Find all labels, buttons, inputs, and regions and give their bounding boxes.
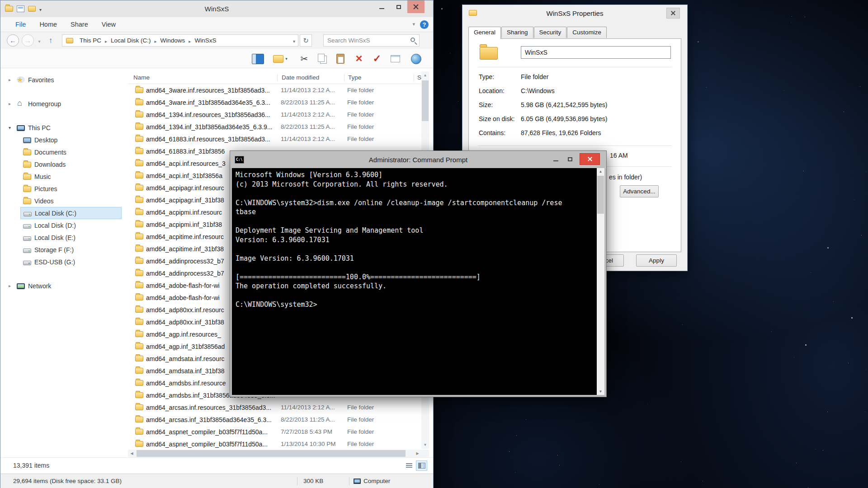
paste-icon[interactable] bbox=[333, 52, 348, 66]
column-header-name[interactable]: Name bbox=[133, 71, 150, 84]
file-row[interactable]: amd64_1394.inf.resources_31bf3856ad36...… bbox=[128, 108, 421, 121]
file-row[interactable]: amd64_aspnet_compiler_b03f5f7f11d50a...1… bbox=[128, 438, 421, 449]
delete-icon[interactable] bbox=[351, 52, 367, 66]
sidebar-item-esd-usb-g[interactable]: ESD-USB (G:) bbox=[20, 256, 122, 268]
breadcrumb-item-this-pc[interactable]: This PC bbox=[77, 37, 104, 44]
cmd-maximize-button[interactable] bbox=[563, 153, 577, 165]
ribbon-expand-icon[interactable] bbox=[412, 21, 415, 27]
back-button[interactable] bbox=[7, 34, 19, 47]
expander-icon[interactable] bbox=[9, 77, 15, 82]
file-row[interactable]: amd64_arcsas.inf_31bf3856ad364e35_6.3...… bbox=[128, 413, 421, 426]
column-divider[interactable] bbox=[344, 74, 344, 81]
breadcrumb-item-local-disk-c[interactable]: Local Disk (C:) bbox=[108, 37, 154, 44]
sidebar-item-homegroup[interactable]: Homegroup bbox=[9, 98, 128, 110]
sidebar-item-favorites[interactable]: Favorites bbox=[9, 74, 128, 86]
thumbnails-view-button[interactable] bbox=[416, 460, 427, 471]
star-icon bbox=[17, 76, 25, 83]
refresh-icon[interactable] bbox=[300, 34, 312, 47]
search-box bbox=[323, 34, 420, 47]
sidebar-item-local-disk-c[interactable]: Local Disk (C:) bbox=[20, 207, 122, 219]
folder-name-input[interactable] bbox=[521, 46, 671, 59]
scroll-left-icon[interactable] bbox=[128, 450, 136, 457]
column-divider[interactable] bbox=[277, 74, 278, 81]
scrollbar-thumb[interactable] bbox=[597, 176, 604, 214]
expander-icon[interactable] bbox=[9, 125, 15, 130]
qat-new-folder-icon[interactable] bbox=[28, 6, 36, 12]
breadcrumb-item-windows[interactable]: Windows bbox=[158, 37, 188, 44]
sidebar-item-pictures[interactable]: Pictures bbox=[20, 183, 122, 195]
sidebar-item-this-pc[interactable]: This PC bbox=[9, 122, 128, 134]
expander-icon[interactable] bbox=[9, 283, 15, 288]
scroll-down-icon[interactable] bbox=[421, 441, 429, 449]
help-icon[interactable]: ? bbox=[420, 20, 429, 29]
ribbon-tab-file[interactable]: File bbox=[9, 17, 33, 32]
properties-tab-security[interactable]: Security bbox=[534, 27, 567, 38]
up-button[interactable] bbox=[46, 36, 56, 45]
console-scrollbar[interactable] bbox=[597, 168, 604, 395]
properties-tab-sharing[interactable]: Sharing bbox=[501, 27, 533, 38]
search-input[interactable] bbox=[324, 35, 419, 46]
file-row[interactable]: amd64_arcsas.inf.resources_31bf3856ad3..… bbox=[128, 401, 421, 413]
sidebar-item-desktop[interactable]: Desktop bbox=[20, 134, 122, 146]
breadcrumb-item-winsxs[interactable]: WinSxS bbox=[192, 37, 219, 44]
address-bar[interactable]: This PCLocal Disk (C:)WindowsWinSxS bbox=[62, 34, 298, 47]
scrollbar-thumb[interactable] bbox=[137, 450, 406, 457]
scroll-up-icon[interactable] bbox=[421, 71, 429, 79]
close-button[interactable] bbox=[407, 0, 425, 13]
qat-properties-icon[interactable] bbox=[17, 5, 24, 12]
file-row[interactable]: amd64_aspnet_compiler_b03f5f7f11d50a...7… bbox=[128, 426, 421, 438]
file-row[interactable]: amd64_3ware.inf_31bf3856ad364e35_6.3...8… bbox=[128, 96, 421, 108]
details-view-button[interactable] bbox=[403, 460, 415, 471]
address-dropdown-icon[interactable] bbox=[293, 37, 295, 45]
column-header-date-modified[interactable]: Date modified bbox=[282, 71, 319, 84]
star bbox=[647, 404, 648, 404]
cmd-minimize-button[interactable] bbox=[549, 153, 562, 165]
properties-titlebar[interactable]: WinSxS Properties bbox=[462, 5, 687, 22]
horizontal-scrollbar[interactable] bbox=[128, 450, 421, 457]
properties-tab-general[interactable]: General bbox=[468, 27, 501, 39]
sidebar-item-music[interactable]: Music bbox=[20, 170, 122, 183]
scroll-up-icon[interactable] bbox=[597, 168, 604, 175]
column-header-type[interactable]: Type bbox=[348, 71, 361, 84]
qat-dropdown-icon[interactable] bbox=[39, 5, 42, 13]
preview-pane-icon[interactable] bbox=[250, 52, 265, 66]
expander-icon[interactable] bbox=[9, 101, 15, 106]
forward-button[interactable] bbox=[22, 34, 34, 47]
history-dropdown-icon[interactable] bbox=[37, 37, 42, 45]
properties-tab-customize[interactable]: Customize bbox=[567, 27, 607, 38]
new-folder-icon[interactable] bbox=[270, 52, 291, 66]
column-divider[interactable] bbox=[414, 74, 414, 81]
maximize-button[interactable] bbox=[390, 0, 407, 13]
dialog-close-button[interactable] bbox=[666, 8, 680, 19]
apply-button[interactable]: Apply bbox=[636, 254, 677, 267]
sidebar-item-documents[interactable]: Documents bbox=[20, 146, 122, 158]
file-row[interactable]: amd64_61883.inf.resources_31bf3856ad3...… bbox=[128, 133, 421, 145]
star bbox=[792, 16, 792, 17]
file-row[interactable]: amd64_3ware.inf.resources_31bf3856ad3...… bbox=[128, 84, 421, 96]
cut-icon[interactable] bbox=[297, 52, 312, 66]
ribbon-tab-home[interactable]: Home bbox=[33, 17, 64, 32]
advanced-button[interactable]: Advanced... bbox=[620, 185, 659, 197]
copy-icon[interactable] bbox=[315, 52, 330, 66]
properties-icon[interactable] bbox=[387, 52, 403, 66]
minimize-button[interactable] bbox=[373, 0, 390, 13]
explorer-titlebar[interactable]: WinSxS bbox=[0, 0, 433, 17]
sidebar-item-local-disk-e[interactable]: Local Disk (E:) bbox=[20, 231, 122, 244]
cmd-close-button[interactable] bbox=[580, 153, 600, 165]
network-globe-icon[interactable] bbox=[408, 52, 424, 66]
console-area[interactable]: Microsoft Windows [Version 6.3.9600] (c)… bbox=[232, 168, 604, 395]
scroll-right-icon[interactable] bbox=[414, 450, 421, 457]
scrollbar-thumb[interactable] bbox=[422, 80, 429, 121]
cmd-titlebar[interactable]: Administrator: Command Prompt bbox=[230, 151, 606, 168]
sidebar-item-videos[interactable]: Videos bbox=[20, 195, 122, 207]
column-header-size[interactable]: S bbox=[417, 71, 421, 84]
scroll-down-icon[interactable] bbox=[597, 388, 604, 395]
sidebar-item-storage-f-f[interactable]: Storage F (F:) bbox=[20, 244, 122, 256]
sidebar-item-local-disk-d[interactable]: Local Disk (D:) bbox=[20, 219, 122, 231]
file-row[interactable]: amd64_1394.inf_31bf3856ad364e35_6.3.9...… bbox=[128, 121, 421, 133]
sidebar-item-downloads[interactable]: Downloads bbox=[20, 158, 122, 170]
sidebar-item-network[interactable]: Network bbox=[9, 280, 128, 292]
rename-icon[interactable] bbox=[369, 52, 385, 66]
ribbon-tab-share[interactable]: Share bbox=[64, 17, 95, 32]
ribbon-tab-view[interactable]: View bbox=[95, 17, 123, 32]
